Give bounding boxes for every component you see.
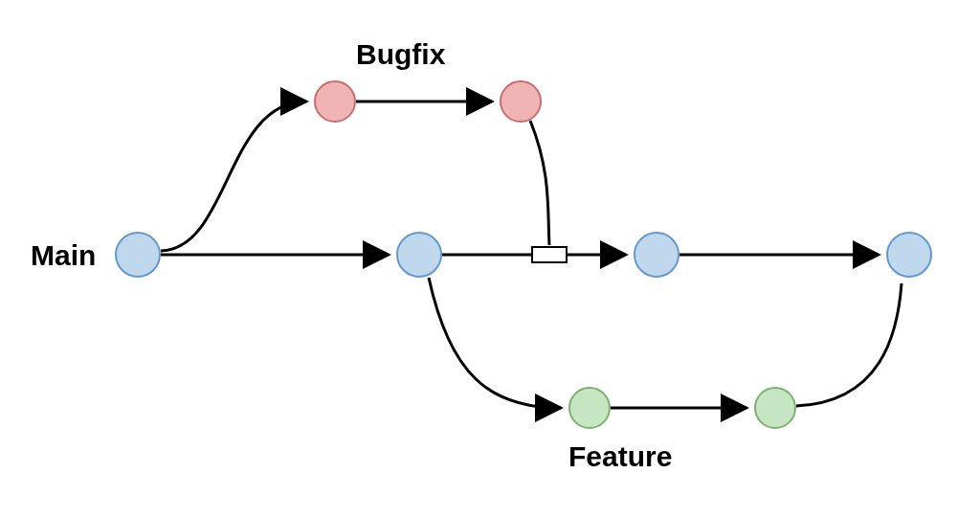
commit-feature-1 <box>568 387 611 429</box>
edge-feature-to-main <box>796 283 902 406</box>
commit-bugfix-2 <box>500 80 542 123</box>
commit-feature-2 <box>754 387 796 429</box>
label-bugfix: Bugfix <box>356 38 445 71</box>
branch-diagram: Main Bugfix Feature <box>0 0 980 518</box>
label-feature: Feature <box>568 440 672 473</box>
commit-bugfix-1 <box>314 80 356 123</box>
edge-main-to-bugfix <box>161 101 306 251</box>
edge-bugfix-to-main <box>530 121 549 245</box>
commit-main-4 <box>886 232 932 278</box>
commit-main-2 <box>396 232 442 278</box>
edge-main-to-feature <box>429 278 561 408</box>
edge-gap-box <box>532 247 567 262</box>
commit-main-1 <box>115 232 161 278</box>
commit-main-3 <box>634 232 679 278</box>
label-main: Main <box>31 239 96 272</box>
